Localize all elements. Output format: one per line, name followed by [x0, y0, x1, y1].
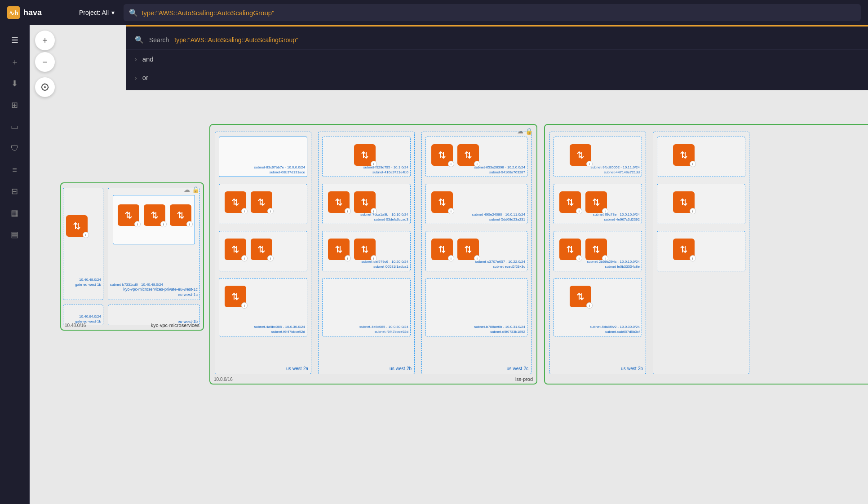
logo: ∿h hava [7, 6, 70, 19]
asg-badge: i [83, 232, 89, 238]
asg-icon-2[interactable]: i [118, 204, 139, 226]
vpc-kyc-cidr: 10.48.0/16 [65, 323, 86, 328]
sidebar-icon-display[interactable]: ▭ [5, 117, 25, 137]
sidebar-icon-menu[interactable]: ☰ [5, 31, 25, 50]
az-us-west-2b: us-west-2b [390, 366, 412, 371]
sidebar-icon-security[interactable]: 🛡 [5, 138, 25, 158]
asg-badge-2b-r2-1: i [345, 208, 351, 214]
sidebar-icon-grid[interactable]: ⊞ [5, 95, 25, 115]
asg-icon-2c-r1-2[interactable]: i [457, 144, 479, 166]
asg-icon-2a-r2-2[interactable]: i [251, 191, 272, 213]
asg-icon-1[interactable]: i [66, 215, 88, 237]
asg-badge-2c-r2-1: i [448, 208, 454, 214]
asg-icon-2c-r3-1[interactable]: i [431, 239, 453, 260]
subnet-f929d-label: subnet-f929d795 - 10.1.0/24subnet-410a97… [363, 165, 408, 175]
sidebar-icon-list[interactable]: ≡ [5, 160, 25, 180]
chevron-right-icon-or: › [135, 74, 137, 81]
asg-badge-2a-r3-1: i [241, 255, 248, 261]
asg-icon-2a-r3-2[interactable]: i [251, 239, 272, 260]
subnet-2a-row2: i i [219, 184, 307, 224]
subnet-c3707e-label: subnet-c3707e657 - 10.22.0/24subnet-eced… [475, 260, 525, 269]
asg-icon-pr-r3[interactable]: i [673, 239, 695, 260]
subnet-2b-row1: i subnet-f929d795 - 10.1.0/24subnet-410a… [322, 137, 411, 177]
asg-icon-2b-r3-1[interactable]: i [328, 239, 350, 260]
az-us-west-2b-container: i subnet-f929d795 - 10.1.0/24subnet-410a… [318, 132, 415, 374]
search-label: Search [149, 36, 169, 44]
subnet-5da6f9v-label: subnet-5da6f9v2 - 10.0.30.0/24subnet-cab… [590, 325, 640, 334]
asg-icon-2c-r3-2[interactable]: i [457, 239, 479, 260]
subnet-7dca1-label: subnet-7dca1a9b - 10.10.0/24subnet-03def… [360, 212, 408, 222]
asg-badge-2c-r1-1: i [448, 161, 454, 167]
subnet-2a-row4: i subnet-4a9bc085 - 10.0.30.0/24subnet-f… [219, 278, 307, 336]
subnet-2b-row2: i i subnet-7dca1a9b - 10.10.0/24subnet-0… [322, 184, 411, 224]
subnet-pr-row3: i [657, 231, 745, 271]
subnet-baf579-label: subnet-baf579c6 - 10.20.0/24subnet-00581… [361, 260, 408, 269]
dropdown-item-or[interactable]: › or [126, 68, 868, 87]
target-button[interactable] [35, 77, 55, 97]
asg-badge-2a-r3-2: i [267, 255, 274, 261]
asg-icon-2a-r4-1[interactable]: i [225, 286, 246, 307]
asg-icon-2b-r2-1[interactable]: i [328, 191, 350, 213]
asg-icon-2b-r1-1[interactable]: i [354, 144, 376, 166]
subnet-pr-row2: i [657, 184, 745, 224]
sidebar-icon-download[interactable]: ⬇ [5, 74, 25, 93]
asg-icon-2b-r2-2[interactable]: i [354, 191, 376, 213]
search-input[interactable] [124, 4, 861, 21]
asg-icon-r-r4-1[interactable]: i [570, 286, 591, 307]
az-us-west-2b-right: i subnet-9fbd85052 - 10.11.0/24subnet-44… [549, 132, 646, 374]
subnet-ff9c73e-label: subnet-ff9c73e - 10.5.10.0/24subnet-4e96… [593, 212, 640, 222]
asg-badge-2b-r3-1: i [345, 255, 351, 261]
dropdown-item-or-label: or [142, 74, 148, 81]
asg-icon-pr-r2[interactable]: i [673, 191, 695, 213]
sidebar-icon-chart[interactable]: ▤ [5, 225, 25, 244]
search-icon: 🔍 [129, 9, 138, 17]
subnet-4e8c5-label: subnet-4e8c085 - 10.0.30.0/24subnet-f6f4… [359, 325, 408, 334]
asg-icon-2a-r3-1[interactable]: i [225, 239, 246, 260]
asg-icon-pr-r1[interactable]: i [673, 144, 695, 166]
asg-icon-4[interactable]: i [170, 204, 191, 226]
subnet-r-row1: i subnet-9fbd85052 - 10.11.0/24subnet-44… [554, 137, 642, 177]
asg-icon-2a-r2-1[interactable]: i [225, 191, 246, 213]
asg-badge-2a-r4-1: i [241, 302, 248, 309]
vpc-iss-cidr: 10.0.0/16 [214, 377, 233, 382]
float-controls: + − [35, 31, 55, 97]
asg-badge-pr-r2: i [690, 208, 696, 214]
sidebar-icon-add[interactable]: ＋ [5, 52, 25, 72]
asg-badge-pr-r1: i [690, 161, 696, 167]
svg-text:∿h: ∿h [9, 9, 18, 17]
search-query: type:"AWS::AutoScaling::AutoScalingGroup… [174, 36, 298, 44]
chevron-down-icon: ▾ [111, 9, 115, 16]
asg-badge-r-r2-1: i [576, 208, 582, 214]
zoom-out-button[interactable]: − [35, 52, 55, 72]
subnet-490e24-label: subnet-490e24080 - 10.0.11.0/24subnet-5d… [472, 212, 525, 222]
asg-icon-r-r3-2[interactable]: i [585, 239, 607, 260]
subnet-2b69a-label: subnet-2b69a294c - 10.0.10.0/24subnet-fe… [587, 260, 640, 269]
main-layout: ☰ ＋ ⬇ ⊞ ▭ 🛡 ≡ ⊟ ▦ ▤ + − ☁ 🔒 [0, 25, 868, 504]
az-us-west-2a: us-west-2a [286, 366, 308, 371]
sidebar-icon-apps[interactable]: ▦ [5, 203, 25, 223]
svg-point-3 [44, 86, 46, 88]
asg-icon-r-r3-1[interactable]: i [559, 239, 581, 260]
asg-icon-2b-r3-2[interactable]: i [354, 239, 376, 260]
asg-icon-2c-r1-1[interactable]: i [431, 144, 453, 166]
asg-icon-3[interactable]: i [144, 204, 165, 226]
asg-badge-2a-r2-1: i [241, 208, 248, 214]
asg-badge-r-r4-1: i [586, 302, 593, 309]
logo-text: hava [23, 8, 42, 18]
subnet-eu-west-1b-partial: i 10.40.48.0/24gate-eu-west-1b [63, 188, 103, 300]
sidebar-icon-table[interactable]: ⊟ [5, 181, 25, 201]
zoom-in-button[interactable]: + [35, 31, 55, 50]
dropdown-item-and[interactable]: › and [126, 50, 868, 68]
asg-icon-2c-r2-1[interactable]: i [431, 191, 453, 213]
search-wrapper: 🔍 [124, 4, 861, 21]
asg-icon-r-r1[interactable]: i [570, 144, 591, 166]
az-us-west-2c: us-west-2c [507, 366, 528, 371]
asg-badge-2: i [134, 221, 141, 227]
inner-subnet-2a-top: subnet-83c97bb7e - 10.0.0.0/24subnet-08b… [219, 137, 307, 177]
project-selector[interactable]: Project: All ▾ [75, 7, 118, 18]
asg-icon-r-r2-2[interactable]: i [585, 191, 607, 213]
subnet-eu-1b-2-label: 10.40.64.0/24gate-eu-west-1b [75, 314, 101, 324]
subnet-pr-row1: i [657, 137, 745, 177]
asg-icon-r-r2-1[interactable]: i [559, 191, 581, 213]
subnet-eu-1c-label: kyc-vpc-microservices-private-eu-west-1c [123, 287, 198, 292]
